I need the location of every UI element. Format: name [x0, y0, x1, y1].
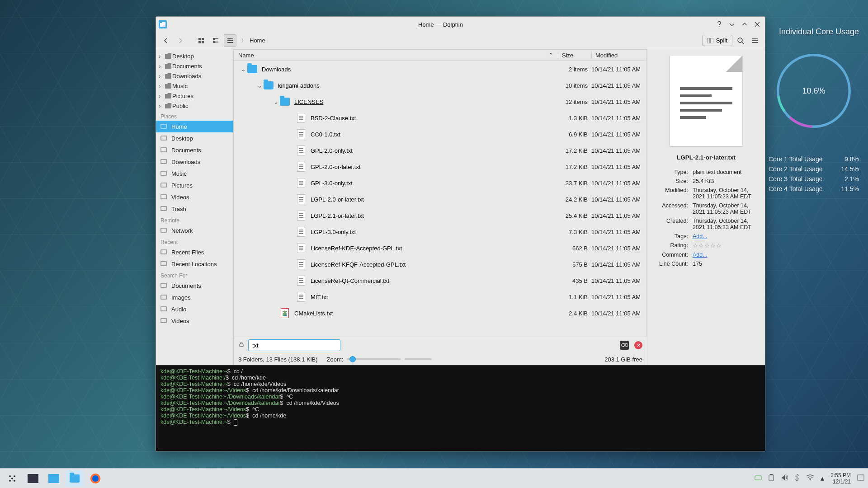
file-name[interactable]: GPL-2.0-or-later.txt	[311, 164, 558, 170]
sidebar-item-audio[interactable]: Audio	[156, 303, 233, 315]
file-name[interactable]: LicenseRef-KFQF-Accepted-GPL.txt	[311, 261, 558, 268]
file-row[interactable]: GPL-3.0-only.txt33.7 KiB10/14/21 11:05 A…	[234, 175, 646, 191]
file-name[interactable]: LGPL-2.1-or-later.txt	[311, 212, 558, 219]
file-name[interactable]: Downloads	[262, 66, 558, 73]
file-row[interactable]: CC0-1.0.txt6.9 KiB10/14/21 11:05 AM	[234, 126, 646, 142]
column-modified[interactable]: Modified	[591, 52, 646, 59]
file-row[interactable]: LicenseRef-KFQF-Accepted-GPL.txt575 B10/…	[234, 256, 646, 272]
forward-button[interactable]	[174, 34, 187, 47]
help-button[interactable]: ?	[714, 19, 724, 29]
volume-icon[interactable]	[781, 474, 788, 483]
sidebar-item-trash[interactable]: Trash	[156, 203, 233, 215]
file-row[interactable]: LicenseRef-Qt-Commercial.txt435 B10/14/2…	[234, 272, 646, 289]
file-name[interactable]: CMakeLists.txt	[294, 310, 558, 317]
file-name[interactable]: LICENSES	[294, 99, 558, 105]
file-row[interactable]: MIT.txt1.1 KiB10/14/21 11:05 AM	[234, 289, 646, 305]
sidebar-item-images[interactable]: Images	[156, 291, 233, 303]
launcher-button[interactable]	[4, 470, 21, 487]
clipboard-icon[interactable]	[768, 474, 774, 483]
file-name[interactable]: kirigami-addons	[278, 82, 558, 89]
file-row[interactable]: GPL-2.0-only.txt17.2 KiB10/14/21 11:05 A…	[234, 142, 646, 159]
hamburger-menu-button[interactable]	[749, 34, 761, 47]
file-row[interactable]: CMakeLists.txt2.4 KiB10/14/21 11:05 AM	[234, 305, 646, 321]
tray-expand-icon[interactable]: ▴	[821, 474, 824, 483]
show-desktop-button[interactable]	[857, 474, 864, 483]
back-button[interactable]	[160, 34, 172, 47]
sidebar-item-desktop[interactable]: Desktop	[156, 132, 233, 144]
sidebar-item-documents[interactable]: Documents	[156, 280, 233, 291]
breadcrumb[interactable]: 〉 Home	[241, 37, 700, 45]
sidebar-item-music[interactable]: Music	[156, 168, 233, 179]
chevron-down-icon[interactable]: ⌄	[273, 99, 279, 105]
compact-view-button[interactable]	[209, 34, 222, 47]
sidebar-item-network[interactable]: Network	[156, 225, 233, 236]
svg-rect-45	[770, 474, 773, 475]
details-view-button[interactable]	[224, 34, 236, 47]
icon-view-button[interactable]	[195, 34, 208, 47]
titlebar[interactable]: Home — Dolphin ?	[156, 17, 765, 32]
keyboard-icon[interactable]	[755, 474, 762, 483]
task-system-settings[interactable]	[24, 470, 42, 487]
info-add-link[interactable]: Add...	[693, 233, 708, 239]
task-firefox[interactable]	[87, 470, 104, 487]
sidebar-tree-desktop[interactable]: ›Desktop	[156, 51, 233, 61]
maximize-button[interactable]	[740, 19, 750, 29]
file-name[interactable]: LGPL-3.0-only.txt	[311, 229, 558, 235]
file-name[interactable]: LicenseRef-KDE-Accepted-GPL.txt	[311, 245, 558, 252]
file-name[interactable]: GPL-3.0-only.txt	[311, 180, 558, 187]
terminal-panel[interactable]: kde@KDE-Test-Machine:~$ cd /kde@KDE-Test…	[156, 365, 765, 451]
sidebar-tree-documents[interactable]: ›Documents	[156, 61, 233, 71]
column-name[interactable]: Name⌃	[234, 52, 558, 59]
sidebar-tree-music[interactable]: ›Music	[156, 81, 233, 91]
filter-close-button[interactable]: ✕	[634, 341, 642, 349]
wifi-icon[interactable]	[806, 474, 814, 483]
folder-row[interactable]: ⌄Downloads2 items10/14/21 11:05 AM	[234, 61, 646, 77]
sidebar-item-videos[interactable]: Videos	[156, 191, 233, 203]
file-name[interactable]: MIT.txt	[311, 294, 558, 300]
terminal-line: kde@KDE-Test-Machine:~/Videos$ cd /home/…	[160, 387, 760, 394]
chevron-down-icon[interactable]: ⌄	[240, 66, 246, 73]
task-discover[interactable]	[45, 470, 62, 487]
sidebar-item-videos[interactable]: Videos	[156, 315, 233, 327]
sidebar-item-pictures[interactable]: Pictures	[156, 179, 233, 191]
bluetooth-icon[interactable]	[794, 474, 800, 483]
file-row[interactable]: LGPL-3.0-only.txt7.3 KiB10/14/21 11:05 A…	[234, 224, 646, 240]
sidebar-item-home[interactable]: Home	[156, 121, 233, 132]
text-file-icon	[297, 194, 305, 204]
filter-clear-button[interactable]: ⌫	[620, 341, 629, 350]
file-name[interactable]: LGPL-2.0-or-later.txt	[311, 196, 558, 203]
file-row[interactable]: BSD-2-Clause.txt1.3 KiB10/14/21 11:05 AM	[234, 110, 646, 126]
sidebar-item-documents[interactable]: Documents	[156, 144, 233, 156]
sidebar-tree-public[interactable]: ›Public	[156, 101, 233, 111]
sidebar-item-recent-files[interactable]: Recent Files	[156, 246, 233, 258]
sidebar-tree-pictures[interactable]: ›Pictures	[156, 91, 233, 101]
sidebar-tree-downloads[interactable]: ›Downloads	[156, 71, 233, 81]
zoom-slider[interactable]	[347, 358, 401, 360]
folder-row[interactable]: ⌄LICENSES12 items10/14/21 11:05 AM	[234, 94, 646, 110]
close-button[interactable]	[752, 19, 762, 29]
filter-input[interactable]	[248, 339, 340, 351]
info-add-link[interactable]: Add...	[693, 252, 708, 258]
sidebar-item-recent-locations[interactable]: Recent Locations	[156, 258, 233, 270]
zoom-slider-2[interactable]	[405, 358, 432, 360]
file-row[interactable]: LicenseRef-KDE-Accepted-GPL.txt662 B10/1…	[234, 240, 646, 256]
breadcrumb-home[interactable]: Home	[250, 37, 265, 44]
column-size[interactable]: Size	[558, 52, 591, 59]
file-name[interactable]: LicenseRef-Qt-Commercial.txt	[311, 277, 558, 284]
file-row[interactable]: GPL-2.0-or-later.txt17.2 KiB10/14/21 11:…	[234, 159, 646, 175]
chevron-down-icon[interactable]: ⌄	[256, 82, 263, 89]
split-button[interactable]: Split	[702, 35, 732, 46]
folder-row[interactable]: ⌄kirigami-addons10 items10/14/21 11:05 A…	[234, 77, 646, 94]
sidebar-item-downloads[interactable]: Downloads	[156, 156, 233, 168]
rating-stars[interactable]: ☆☆☆☆☆	[693, 243, 722, 249]
search-button[interactable]	[734, 34, 747, 47]
file-row[interactable]: LGPL-2.0-or-later.txt24.2 KiB10/14/21 11…	[234, 191, 646, 207]
file-list[interactable]: ⌄Downloads2 items10/14/21 11:05 AM⌄kirig…	[234, 61, 647, 337]
file-name[interactable]: CC0-1.0.txt	[311, 131, 558, 138]
minimize-button[interactable]	[727, 19, 737, 29]
clock[interactable]: 2:55 PM 12/1/21	[830, 472, 851, 485]
task-dolphin[interactable]	[66, 470, 83, 487]
file-row[interactable]: LGPL-2.1-or-later.txt25.4 KiB10/14/21 11…	[234, 207, 646, 224]
file-name[interactable]: BSD-2-Clause.txt	[311, 115, 558, 122]
file-name[interactable]: GPL-2.0-only.txt	[311, 147, 558, 154]
